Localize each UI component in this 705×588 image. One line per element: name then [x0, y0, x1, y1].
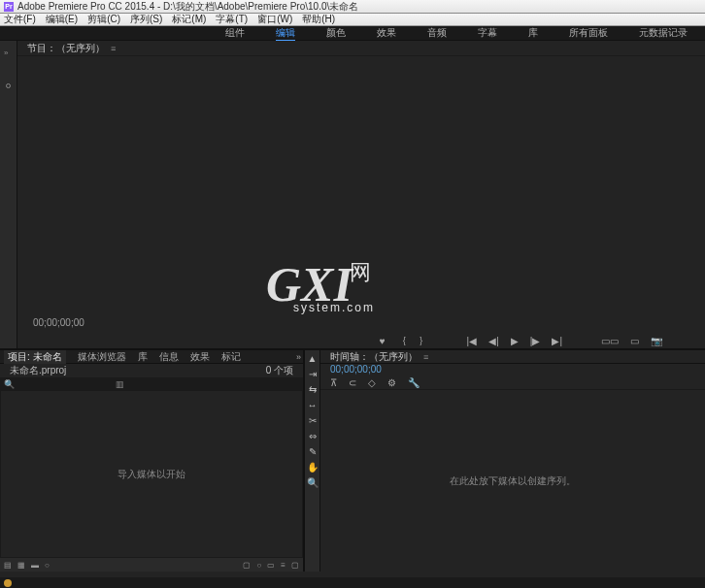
- lift-icon[interactable]: ▭▭: [601, 336, 619, 346]
- project-body[interactable]: 导入媒体以开始: [0, 390, 303, 558]
- tab-markers[interactable]: 标记: [221, 350, 241, 364]
- program-monitor: 节目：（无序列） ≡ 00;00;00;00 ♥ ｛ ｝ |◀ ◀| ▶ |▶ …: [17, 41, 705, 348]
- timeline-timecode[interactable]: 00;00;00;00: [320, 364, 705, 376]
- wrench-icon[interactable]: 🔧: [408, 377, 420, 388]
- export-frame-icon[interactable]: 📷: [651, 336, 662, 346]
- play-icon[interactable]: ▶: [511, 336, 519, 346]
- upper-panels: » 节目：（无序列） ≡ 00;00;00;00 ♥ ｛ ｝ |◀ ◀| ▶ |…: [0, 40, 705, 348]
- ws-metadata[interactable]: 元数据记录: [639, 26, 688, 40]
- mark-in-icon[interactable]: ♥: [380, 336, 386, 346]
- footer-b2-icon[interactable]: ○: [256, 561, 261, 570]
- footer-b1-icon[interactable]: ▢: [243, 561, 251, 570]
- list-view-icon[interactable]: ▤: [4, 561, 12, 570]
- monitor-tab-label[interactable]: 节目：（无序列）: [27, 42, 105, 55]
- razor-tool-icon[interactable]: ✂: [306, 414, 319, 426]
- tab-effects[interactable]: 效果: [190, 350, 210, 364]
- monitor-tabbar: 节目：（无序列） ≡: [17, 41, 705, 56]
- transport-controls: ♥ ｛ ｝ |◀ ◀| ▶ |▶ ▶| ▭▭ ▭ 📷: [17, 333, 705, 348]
- monitor-view[interactable]: [17, 56, 705, 311]
- timeline-tabbar: 时间轴：（无序列） ≡: [320, 350, 705, 364]
- ws-assembly[interactable]: 组件: [225, 26, 245, 40]
- menu-marker[interactable]: 标记(M): [172, 13, 206, 26]
- timeline-panel: ▲ ⇥ ⇆ ↔ ✂ ⇔ ✎ ✋ 🔍 时间轴：（无序列） ≡ 00;00;00;0…: [305, 350, 705, 572]
- project-item-count: 0 个项: [266, 364, 293, 377]
- step-fwd-icon[interactable]: |▶: [530, 336, 541, 346]
- new-item-icon[interactable]: ≡: [281, 561, 285, 570]
- timeline-options: ⊼ ⊂ ◇ ⚙ 🔧: [320, 376, 705, 390]
- ws-allpanels[interactable]: 所有面板: [569, 26, 608, 40]
- new-bin-icon[interactable]: ▭: [267, 561, 275, 570]
- window-title: Adobe Premiere Pro CC 2015.4 - D:\我的文档\A…: [17, 0, 358, 14]
- menu-window[interactable]: 窗口(W): [257, 13, 292, 26]
- workspace-tabs: 组件 编辑 颜色 效果 音频 字幕 库 所有面板 元数据记录: [0, 26, 705, 40]
- in-point-icon[interactable]: ｛: [397, 334, 407, 347]
- add-marker-icon[interactable]: ◇: [368, 377, 376, 388]
- project-search: 🔍 ▥: [0, 377, 303, 390]
- menu-edit[interactable]: 编辑(E): [46, 13, 78, 26]
- panel-menu-icon[interactable]: ≡: [111, 44, 116, 53]
- warning-icon[interactable]: [4, 579, 12, 587]
- ws-libraries[interactable]: 库: [528, 26, 538, 40]
- tab-libraries[interactable]: 库: [138, 350, 148, 364]
- search-icon[interactable]: 🔍: [4, 379, 15, 389]
- project-file-name: 未命名.prproj: [10, 364, 66, 377]
- source-gutter: »: [0, 41, 17, 348]
- step-back-icon[interactable]: ◀|: [488, 336, 499, 346]
- window-titlebar: Pr Adobe Premiere Pro CC 2015.4 - D:\我的文…: [0, 0, 705, 14]
- sort-icon[interactable]: ○: [45, 561, 50, 570]
- timeline-panel-menu-icon[interactable]: ≡: [423, 352, 428, 362]
- gutter-record-icon[interactable]: [6, 83, 11, 88]
- gutter-dropdown-icon[interactable]: »: [4, 49, 8, 57]
- selection-tool-icon[interactable]: ▲: [306, 352, 319, 364]
- tab-project[interactable]: 项目: 未命名: [4, 350, 66, 364]
- pen-tool-icon[interactable]: ✎: [306, 445, 319, 457]
- lower-panels: 项目: 未命名 媒体浏览器 库 信息 效果 标记 » 未命名.prproj 0 …: [0, 348, 705, 572]
- timeline-settings-icon[interactable]: ⚙: [387, 377, 396, 388]
- ripple-tool-icon[interactable]: ⇆: [306, 383, 319, 395]
- extract-icon[interactable]: ▭: [630, 336, 639, 346]
- folder-icon[interactable]: ▥: [116, 379, 124, 389]
- project-name-bar: 未命名.prproj 0 个项: [0, 364, 303, 377]
- menu-title[interactable]: 字幕(T): [216, 13, 248, 26]
- rate-stretch-tool-icon[interactable]: ↔: [306, 399, 319, 410]
- tab-info[interactable]: 信息: [159, 350, 179, 364]
- menu-sequence[interactable]: 序列(S): [130, 13, 162, 26]
- timeline-main: 时间轴：（无序列） ≡ 00;00;00;00 ⊼ ⊂ ◇ ⚙ 🔧 在此处放下媒…: [320, 350, 705, 572]
- ws-audio[interactable]: 音频: [427, 26, 447, 40]
- timeline-body[interactable]: 在此处放下媒体以创建序列。: [320, 390, 705, 572]
- zoom-slider[interactable]: ▬: [31, 561, 39, 570]
- tab-overflow-icon[interactable]: »: [296, 352, 301, 362]
- project-footer: ▤ ▦ ▬ ○ ▢ ○ ▭ ≡ ▢: [0, 558, 303, 572]
- menu-file[interactable]: 文件(F): [4, 13, 36, 26]
- menu-help[interactable]: 帮助(H): [302, 13, 335, 26]
- timeline-tab-label[interactable]: 时间轴：（无序列）: [330, 350, 418, 364]
- delete-icon[interactable]: ▢: [291, 561, 299, 570]
- goto-in-icon[interactable]: |◀: [467, 336, 478, 346]
- out-point-icon[interactable]: ｝: [419, 334, 428, 347]
- menu-clip[interactable]: 剪辑(C): [87, 13, 120, 26]
- goto-out-icon[interactable]: ▶|: [552, 336, 562, 346]
- project-panel: 项目: 未命名 媒体浏览器 库 信息 效果 标记 » 未命名.prproj 0 …: [0, 350, 305, 572]
- tab-media-browser[interactable]: 媒体浏览器: [78, 350, 126, 364]
- hand-tool-icon[interactable]: ✋: [306, 461, 319, 473]
- tool-palette: ▲ ⇥ ⇆ ↔ ✂ ⇔ ✎ ✋ 🔍: [305, 350, 320, 572]
- app-icon: Pr: [4, 2, 14, 12]
- ws-effects[interactable]: 效果: [377, 26, 396, 40]
- linked-selection-icon[interactable]: ⊂: [349, 377, 356, 388]
- ws-editing[interactable]: 编辑: [276, 26, 295, 41]
- menubar: 文件(F) 编辑(E) 剪辑(C) 序列(S) 标记(M) 字幕(T) 窗口(W…: [0, 14, 705, 26]
- monitor-timecode[interactable]: 00;00;00;00: [17, 311, 705, 333]
- zoom-tool-icon[interactable]: 🔍: [306, 476, 319, 488]
- track-select-tool-icon[interactable]: ⇥: [306, 368, 319, 379]
- slip-tool-icon[interactable]: ⇔: [306, 430, 319, 441]
- icon-view-icon[interactable]: ▦: [17, 561, 25, 570]
- ws-titles[interactable]: 字幕: [478, 26, 497, 40]
- status-bar: [0, 577, 705, 588]
- project-tabbar: 项目: 未命名 媒体浏览器 库 信息 效果 标记 »: [0, 350, 303, 364]
- ws-color[interactable]: 颜色: [326, 26, 346, 40]
- snap-icon[interactable]: ⊼: [330, 377, 337, 388]
